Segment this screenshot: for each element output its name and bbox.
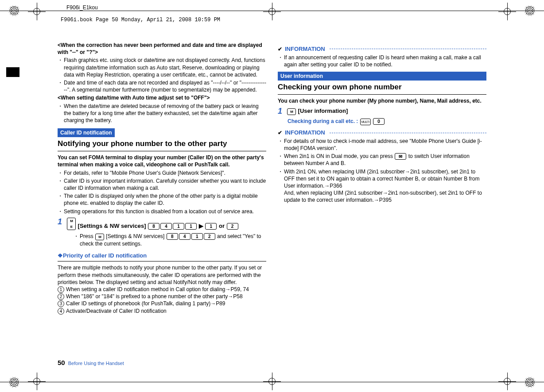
key-1: 1	[185, 223, 197, 230]
rule-line	[58, 151, 266, 151]
or-label: or	[219, 223, 226, 229]
check-icon: ✔	[278, 46, 282, 53]
crop-mark	[28, 373, 46, 390]
step-number: 1	[58, 218, 63, 230]
priority-item-4: Activate/Deactivate of Caller ID notific…	[66, 308, 167, 314]
registration-mark	[525, 377, 535, 388]
circled-1-icon: 1	[58, 286, 64, 293]
mail-key-icon: ✉	[395, 153, 406, 160]
arrow-icon: ▶	[199, 223, 203, 229]
step1-text: [Settings & NW services]	[76, 223, 148, 229]
circled-2-icon: 2	[58, 293, 64, 300]
bullet-dot: ・	[58, 57, 64, 78]
caller-bullet-2: Caller ID is your important information.…	[64, 177, 266, 192]
caller-intro: You can set FOMA terminal to display you…	[58, 154, 266, 168]
caller-id-band: Caller ID notification	[58, 128, 115, 137]
priority-heading: ❖Priority of caller ID notification	[58, 252, 266, 260]
flash-graphics-note: Flash graphics etc. using clock or date/…	[64, 57, 266, 78]
key-8: 8	[148, 223, 159, 230]
bullet-dot: ・	[58, 177, 64, 192]
crop-line	[0, 382, 544, 382]
dash-line	[330, 133, 486, 133]
book-header: F906i.book Page 50 Monday, April 21, 200…	[61, 17, 220, 23]
bullet-dot: ・	[58, 192, 64, 207]
circled-4-icon: 4	[58, 308, 64, 315]
bullet-dot: ・	[58, 103, 64, 124]
info1-bullet: If an announcement of requesting caller …	[284, 54, 486, 68]
information-header: ✔ INFORMATION	[278, 45, 486, 53]
left-column: <When the correction has never been perf…	[58, 42, 266, 370]
bullet-dot: ・	[278, 153, 284, 167]
registration-mark	[9, 377, 19, 388]
side-tab	[6, 67, 19, 77]
crop-mark	[498, 373, 516, 390]
when-off-note: When the date/time are deleted because o…	[64, 103, 266, 124]
key-0: 0	[373, 118, 385, 125]
when-uncorrected-heading: <When the correction has never been perf…	[58, 42, 266, 56]
multi-key-icon: MULTI	[360, 119, 371, 125]
key-1: 1	[191, 233, 203, 240]
priority-item-3: Caller ID settings of phonebook (for Pus…	[66, 300, 225, 307]
crop-line	[0, 11, 544, 12]
user-info-intro: You can check your phone number (My phon…	[278, 97, 486, 104]
bullet-dot: ・	[74, 233, 80, 247]
info2-bullet-2: When 2in1 is ON in Dual mode, you can pr…	[284, 153, 486, 167]
bullet-dot: ・	[278, 138, 284, 152]
key-8: 8	[167, 233, 178, 240]
key-1: 1	[205, 223, 217, 230]
key-2: 2	[204, 233, 215, 240]
caller-bullet-1: For details, refer to "Mobile Phone User…	[64, 169, 266, 177]
checking-during-call: Checking during a call etc. : MULTI 0	[288, 118, 486, 125]
caller-id-title: Notifying your phone number to the other…	[58, 139, 266, 149]
when-off-heading: <When setting date/time with Auto time a…	[58, 94, 266, 101]
priority-item-1: When setting a caller ID notification me…	[66, 286, 249, 292]
date-not-recorded-note: Date and time of each data are not recor…	[64, 79, 266, 93]
information-label: INFORMATION	[285, 129, 325, 137]
page-number: 50	[58, 359, 65, 366]
bullet-dot: ・	[58, 169, 64, 177]
step1-right-text: [User information]	[296, 108, 348, 114]
caller-bullet-3: The caller ID is displayed only when the…	[64, 192, 266, 207]
right-column: ✔ INFORMATION ・ If an announcement of re…	[278, 42, 486, 370]
information-label: INFORMATION	[285, 45, 325, 53]
doc-header: F906i_E1kou	[66, 4, 98, 11]
caller-bullet-4: Setting operations for this function is …	[64, 208, 266, 215]
bullet-dot: ・	[58, 208, 64, 215]
circled-3-icon: 3	[58, 300, 64, 307]
diamond-icon: ❖	[58, 252, 63, 259]
key-4: 4	[179, 233, 190, 240]
menu-key-icon: ME	[67, 218, 76, 230]
user-information-band: User information	[278, 72, 486, 81]
key-1: 1	[173, 223, 184, 230]
key-4: 4	[160, 223, 172, 230]
rule-line	[278, 94, 486, 95]
step-1: 1 ME [Settings & NW services] 8411 ▶ 1 o…	[58, 218, 266, 230]
step-1-right: 1 M [User information]	[278, 107, 486, 115]
key-2: 2	[227, 223, 238, 230]
check-icon: ✔	[278, 129, 282, 136]
bullet-dot: ・	[58, 79, 64, 93]
step1-sub: Press M [Settings & NW services] 8412 an…	[80, 233, 266, 247]
info2-bullet-3: With 2in1 ON, when replacing UIM (2in1 s…	[284, 168, 486, 204]
bullet-dot: ・	[278, 168, 284, 204]
page-footer: 50 Before Using the Handset	[58, 358, 124, 367]
information-header-2: ✔ INFORMATION	[278, 129, 486, 137]
rule-line	[58, 261, 266, 261]
info2-bullet-1: For details of how to check i-mode mail …	[284, 138, 486, 152]
crop-mark	[263, 373, 281, 390]
priority-body: There are multiple methods to notify you…	[58, 264, 266, 286]
footer-section: Before Using the Handset	[68, 361, 124, 366]
menu-key-icon: M	[95, 234, 104, 240]
user-info-title: Checking your own phone number	[278, 82, 486, 92]
step-number: 1	[278, 107, 283, 115]
bullet-dot: ・	[278, 54, 284, 68]
menu-key-icon: M	[287, 108, 296, 115]
priority-item-2: When "186" or "184" is prefixed to a pho…	[66, 293, 243, 300]
dash-line	[330, 49, 486, 49]
